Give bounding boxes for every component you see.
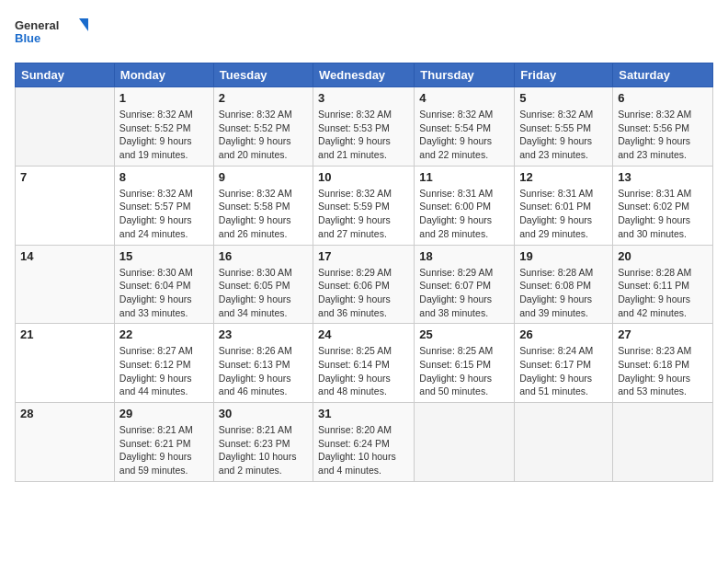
col-sunday: Sunday bbox=[16, 63, 115, 87]
day-number: 10 bbox=[318, 170, 409, 184]
day-info: Sunrise: 8:20 AMSunset: 6:24 PMDaylight:… bbox=[318, 423, 409, 477]
day-number: 27 bbox=[618, 327, 708, 341]
day-info: Sunrise: 8:21 AMSunset: 6:21 PMDaylight:… bbox=[119, 423, 209, 477]
day-number: 6 bbox=[618, 91, 708, 105]
calendar-cell bbox=[613, 403, 713, 482]
day-info: Sunrise: 8:32 AMSunset: 5:53 PMDaylight:… bbox=[318, 108, 409, 162]
day-number: 13 bbox=[618, 170, 708, 184]
day-number: 21 bbox=[20, 327, 109, 341]
day-number: 8 bbox=[119, 170, 209, 184]
day-number: 30 bbox=[219, 407, 308, 420]
calendar-cell: 21 bbox=[16, 324, 115, 403]
col-wednesday: Wednesday bbox=[313, 63, 415, 87]
day-info: Sunrise: 8:29 AMSunset: 6:07 PMDaylight:… bbox=[419, 266, 509, 320]
svg-text:Blue: Blue bbox=[15, 31, 40, 45]
day-info: Sunrise: 8:24 AMSunset: 6:17 PMDaylight:… bbox=[519, 344, 608, 398]
day-number: 1 bbox=[119, 91, 209, 105]
day-info: Sunrise: 8:32 AMSunset: 5:58 PMDaylight:… bbox=[219, 187, 308, 241]
day-info: Sunrise: 8:28 AMSunset: 6:11 PMDaylight:… bbox=[618, 266, 708, 320]
day-number: 16 bbox=[219, 249, 308, 263]
calendar-cell bbox=[16, 87, 115, 167]
day-info: Sunrise: 8:31 AMSunset: 6:00 PMDaylight:… bbox=[419, 187, 509, 241]
calendar-cell bbox=[415, 403, 515, 482]
day-number: 23 bbox=[219, 327, 308, 341]
col-saturday: Saturday bbox=[613, 63, 713, 87]
calendar-cell: 16Sunrise: 8:30 AMSunset: 6:05 PMDayligh… bbox=[213, 245, 313, 324]
calendar-cell: 26Sunrise: 8:24 AMSunset: 6:17 PMDayligh… bbox=[515, 324, 613, 403]
col-thursday: Thursday bbox=[415, 63, 515, 87]
calendar-cell: 27Sunrise: 8:23 AMSunset: 6:18 PMDayligh… bbox=[613, 324, 713, 403]
day-info: Sunrise: 8:32 AMSunset: 5:55 PMDaylight:… bbox=[519, 108, 608, 162]
day-number: 25 bbox=[419, 327, 509, 341]
calendar-cell: 10Sunrise: 8:32 AMSunset: 5:59 PMDayligh… bbox=[313, 166, 415, 245]
day-info: Sunrise: 8:32 AMSunset: 5:54 PMDaylight:… bbox=[419, 108, 509, 162]
day-number: 7 bbox=[20, 170, 109, 184]
day-number: 24 bbox=[318, 327, 409, 341]
calendar-cell: 2Sunrise: 8:32 AMSunset: 5:52 PMDaylight… bbox=[213, 87, 313, 167]
day-number: 26 bbox=[519, 327, 608, 341]
day-info: Sunrise: 8:25 AMSunset: 6:15 PMDaylight:… bbox=[419, 344, 509, 398]
calendar-cell: 29Sunrise: 8:21 AMSunset: 6:21 PMDayligh… bbox=[114, 403, 213, 482]
day-info: Sunrise: 8:32 AMSunset: 5:56 PMDaylight:… bbox=[618, 108, 708, 162]
col-friday: Friday bbox=[515, 63, 613, 87]
calendar-cell: 12Sunrise: 8:31 AMSunset: 6:01 PMDayligh… bbox=[515, 166, 613, 245]
calendar-table: Sunday Monday Tuesday Wednesday Thursday… bbox=[15, 63, 713, 482]
calendar-cell: 11Sunrise: 8:31 AMSunset: 6:00 PMDayligh… bbox=[415, 166, 515, 245]
day-number: 12 bbox=[519, 170, 608, 184]
day-number: 11 bbox=[419, 170, 509, 184]
calendar-cell: 25Sunrise: 8:25 AMSunset: 6:15 PMDayligh… bbox=[415, 324, 515, 403]
day-info: Sunrise: 8:30 AMSunset: 6:04 PMDaylight:… bbox=[119, 266, 209, 320]
day-info: Sunrise: 8:25 AMSunset: 6:14 PMDaylight:… bbox=[318, 344, 409, 398]
day-info: Sunrise: 8:31 AMSunset: 6:02 PMDaylight:… bbox=[618, 187, 708, 241]
calendar-cell: 15Sunrise: 8:30 AMSunset: 6:04 PMDayligh… bbox=[114, 245, 213, 324]
calendar-cell: 5Sunrise: 8:32 AMSunset: 5:55 PMDaylight… bbox=[515, 87, 613, 167]
day-number: 5 bbox=[519, 91, 608, 105]
day-number: 22 bbox=[119, 327, 209, 341]
logo: General Blue bbox=[15, 15, 88, 52]
day-number: 3 bbox=[318, 91, 409, 105]
svg-marker-2 bbox=[79, 18, 88, 31]
calendar-cell: 7 bbox=[16, 166, 115, 245]
day-number: 31 bbox=[318, 407, 409, 420]
day-info: Sunrise: 8:32 AMSunset: 5:52 PMDaylight:… bbox=[119, 108, 209, 162]
calendar-cell: 3Sunrise: 8:32 AMSunset: 5:53 PMDaylight… bbox=[313, 87, 415, 167]
day-number: 15 bbox=[119, 249, 209, 263]
calendar-cell: 20Sunrise: 8:28 AMSunset: 6:11 PMDayligh… bbox=[613, 245, 713, 324]
calendar-cell: 24Sunrise: 8:25 AMSunset: 6:14 PMDayligh… bbox=[313, 324, 415, 403]
day-number: 20 bbox=[618, 249, 708, 263]
calendar-cell: 30Sunrise: 8:21 AMSunset: 6:23 PMDayligh… bbox=[213, 403, 313, 482]
day-number: 28 bbox=[20, 407, 109, 420]
calendar-cell: 1Sunrise: 8:32 AMSunset: 5:52 PMDaylight… bbox=[114, 87, 213, 167]
col-monday: Monday bbox=[114, 63, 213, 87]
day-number: 19 bbox=[519, 249, 608, 263]
day-number: 9 bbox=[219, 170, 308, 184]
day-number: 29 bbox=[119, 407, 209, 420]
day-number: 2 bbox=[219, 91, 308, 105]
day-info: Sunrise: 8:30 AMSunset: 6:05 PMDaylight:… bbox=[219, 266, 308, 320]
day-number: 17 bbox=[318, 249, 409, 263]
day-info: Sunrise: 8:31 AMSunset: 6:01 PMDaylight:… bbox=[519, 187, 608, 241]
calendar-cell bbox=[515, 403, 613, 482]
day-number: 18 bbox=[419, 249, 509, 263]
calendar-cell: 28 bbox=[16, 403, 115, 482]
calendar-cell: 13Sunrise: 8:31 AMSunset: 6:02 PMDayligh… bbox=[613, 166, 713, 245]
day-info: Sunrise: 8:21 AMSunset: 6:23 PMDaylight:… bbox=[219, 423, 308, 477]
calendar-cell: 6Sunrise: 8:32 AMSunset: 5:56 PMDaylight… bbox=[613, 87, 713, 167]
day-number: 14 bbox=[20, 249, 109, 263]
calendar-cell: 23Sunrise: 8:26 AMSunset: 6:13 PMDayligh… bbox=[213, 324, 313, 403]
day-info: Sunrise: 8:32 AMSunset: 5:57 PMDaylight:… bbox=[119, 187, 209, 241]
day-info: Sunrise: 8:23 AMSunset: 6:18 PMDaylight:… bbox=[618, 344, 708, 398]
calendar-cell: 4Sunrise: 8:32 AMSunset: 5:54 PMDaylight… bbox=[415, 87, 515, 167]
calendar-cell: 31Sunrise: 8:20 AMSunset: 6:24 PMDayligh… bbox=[313, 403, 415, 482]
day-info: Sunrise: 8:27 AMSunset: 6:12 PMDaylight:… bbox=[119, 344, 209, 398]
day-number: 4 bbox=[419, 91, 509, 105]
calendar-cell: 22Sunrise: 8:27 AMSunset: 6:12 PMDayligh… bbox=[114, 324, 213, 403]
svg-text:General: General bbox=[15, 18, 59, 32]
day-info: Sunrise: 8:32 AMSunset: 5:52 PMDaylight:… bbox=[219, 108, 308, 162]
day-info: Sunrise: 8:28 AMSunset: 6:08 PMDaylight:… bbox=[519, 266, 608, 320]
day-info: Sunrise: 8:32 AMSunset: 5:59 PMDaylight:… bbox=[318, 187, 409, 241]
calendar-cell: 19Sunrise: 8:28 AMSunset: 6:08 PMDayligh… bbox=[515, 245, 613, 324]
calendar-cell: 14 bbox=[16, 245, 115, 324]
col-tuesday: Tuesday bbox=[213, 63, 313, 87]
day-info: Sunrise: 8:26 AMSunset: 6:13 PMDaylight:… bbox=[219, 344, 308, 398]
